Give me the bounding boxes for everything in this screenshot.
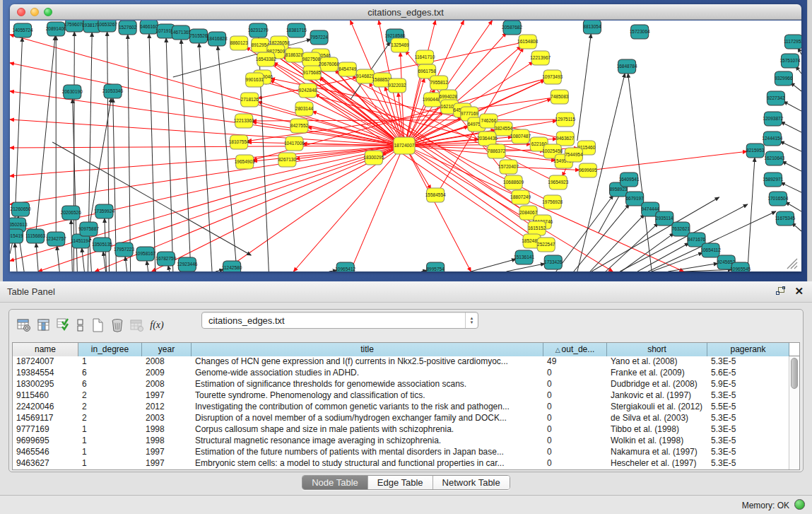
- graph-node-yellow[interactable]: 12213967: [530, 51, 551, 65]
- table-cell[interactable]: 19384554: [13, 368, 78, 379]
- graph-node-yellow[interactable]: 7544954: [565, 148, 583, 162]
- table-cell[interactable]: 1998: [142, 436, 192, 447]
- table-row[interactable]: 1938455462009Genome-wide association stu…: [13, 368, 799, 379]
- graph-node-yellow[interactable]: 10688609: [503, 175, 524, 189]
- table-cell[interactable]: Tibbo et al. (1998): [607, 424, 707, 436]
- graph-node-teal[interactable]: 1527602: [119, 21, 137, 35]
- graph-node-teal[interactable]: 18381715: [286, 23, 307, 37]
- table-cell[interactable]: 18300295: [13, 379, 78, 390]
- graph-node-teal[interactable]: 16409541: [619, 173, 640, 187]
- graph-edge[interactable]: [147, 261, 148, 271]
- graph-edge[interactable]: [166, 38, 173, 271]
- table-cell[interactable]: 1998: [142, 424, 192, 436]
- graph-edge[interactable]: [107, 32, 110, 271]
- table-cell[interactable]: Changes of HCN gene expression and I(f) …: [192, 356, 543, 368]
- table-cell[interactable]: Investigating the contribution of common…: [192, 402, 543, 413]
- table-cell[interactable]: 5.6E-5: [707, 368, 789, 379]
- table-cell[interactable]: Stergiakouli et al. (2012): [607, 402, 707, 413]
- graph-node-yellow[interactable]: 19654903: [235, 155, 255, 169]
- graph-node-yellow[interactable]: 8427552: [290, 119, 309, 133]
- graph-edge[interactable]: [574, 204, 630, 271]
- table-row[interactable]: 946554611997Estimation of the future num…: [13, 447, 799, 458]
- graph-node-yellow[interactable]: 2718126: [241, 93, 259, 107]
- graph-node-yellow[interactable]: 15720407: [498, 160, 519, 174]
- table-cell[interactable]: de Silva et al. (2003): [607, 413, 707, 424]
- graph-node-teal[interactable]: 8995754: [426, 262, 445, 271]
- table-cell[interactable]: Dudbridge et al. (2008): [607, 379, 707, 390]
- table-cell[interactable]: 2008: [142, 356, 192, 368]
- network-canvas[interactable]: 1405572420891406175960781938171410653267…: [10, 21, 801, 271]
- table-cell[interactable]: Disruption of a novel member of a sodium…: [192, 413, 543, 424]
- graph-node-teal[interactable]: 17016504: [767, 192, 788, 206]
- graph-node-yellow[interactable]: 9463627: [556, 132, 575, 146]
- table-cell[interactable]: 5.3E-5: [707, 424, 789, 436]
- memory-status-icon[interactable]: [794, 499, 805, 510]
- graph-edge[interactable]: [782, 161, 801, 171]
- table-cell[interactable]: Tourette syndrome. Phenomenology and cla…: [192, 390, 543, 402]
- table-cell[interactable]: 5.9E-5: [707, 379, 789, 390]
- table-row[interactable]: 977716911998Corpus callosum shape and si…: [13, 424, 799, 436]
- import-table-icon[interactable]: [128, 316, 146, 334]
- graph-node-yellow[interactable]: 8186328: [286, 48, 304, 62]
- graph-node-teal[interactable]: 1733426: [544, 255, 563, 269]
- table-settings-icon[interactable]: [15, 316, 33, 334]
- table-cell[interactable]: Estimation of significance thresholds fo…: [192, 379, 543, 390]
- select-columns-icon[interactable]: [35, 316, 53, 334]
- table-cell[interactable]: 9115460: [13, 390, 78, 402]
- table-cell[interactable]: 2008: [142, 379, 192, 390]
- table-cell[interactable]: 1997: [142, 447, 192, 458]
- tab-network-table[interactable]: Network Table: [433, 476, 510, 489]
- graph-edge[interactable]: [10, 148, 396, 261]
- graph-node-teal[interactable]: 16210643: [764, 151, 784, 165]
- table-cell[interactable]: Nakamura et al. (1997): [607, 447, 707, 458]
- graph-edge[interactable]: [10, 146, 396, 148]
- float-window-icon[interactable]: [776, 287, 785, 296]
- graph-node-teal[interactable]: 17359924: [94, 204, 114, 218]
- graph-edge[interactable]: [57, 246, 60, 271]
- graph-node-teal[interactable]: 18416828: [207, 32, 228, 46]
- graph-edge[interactable]: [408, 152, 471, 271]
- table-cell[interactable]: 9777169: [13, 424, 78, 436]
- column-header-title[interactable]: title: [192, 343, 543, 356]
- graph-edge[interactable]: [785, 202, 801, 211]
- graph-edge[interactable]: [385, 86, 401, 139]
- graph-node-teal[interactable]: 13505135: [92, 238, 112, 252]
- graph-node-teal[interactable]: 21053346: [102, 84, 123, 98]
- table-cell[interactable]: Embryonic stem cells: a model to study s…: [192, 458, 543, 469]
- table-cell[interactable]: Genome-wide association studies in ADHD.: [192, 368, 543, 379]
- table-row[interactable]: 2242004622012Investigating the contribut…: [13, 402, 799, 413]
- graph-node-yellow[interactable]: 20676068: [319, 57, 339, 71]
- graph-node-teal[interactable]: 20587682: [502, 21, 522, 35]
- table-cell[interactable]: 14569117: [13, 413, 78, 424]
- graph-edge[interactable]: [36, 243, 38, 271]
- table-cell[interactable]: 1: [78, 436, 142, 447]
- graph-edge[interactable]: [82, 248, 85, 271]
- graph-node-yellow[interactable]: 9175685: [303, 66, 322, 80]
- graph-node-teal[interactable]: 7515526: [189, 29, 208, 43]
- table-cell[interactable]: 0: [543, 436, 607, 447]
- graph-node-yellow[interactable]: 8860123: [230, 36, 248, 50]
- table-cell[interactable]: 5.3E-5: [707, 458, 789, 469]
- column-header-in_degree[interactable]: in_degree: [78, 343, 142, 356]
- table-cell[interactable]: 2: [78, 390, 142, 402]
- graph-node-teal[interactable]: 10653267: [97, 21, 117, 32]
- table-cell[interactable]: 0: [543, 390, 607, 402]
- delete-icon[interactable]: [108, 316, 126, 334]
- graph-node-teal[interactable]: 15136141: [514, 250, 534, 264]
- graph-node-teal[interactable]: 10958167: [135, 247, 155, 261]
- graph-node-yellow[interactable]: 15584554: [425, 188, 446, 202]
- graph-node-yellow[interactable]: 10417006: [284, 136, 305, 151]
- graph-edge[interactable]: [748, 158, 755, 271]
- function-builder-icon[interactable]: f(x): [148, 316, 166, 334]
- graph-node-teal[interactable]: 10965545: [730, 262, 751, 271]
- network-window-titlebar[interactable]: citations_edges.txt: [10, 4, 801, 20]
- graph-node-yellow[interactable]: 19654923: [548, 175, 568, 189]
- graph-edge[interactable]: [556, 195, 613, 271]
- table-cell[interactable]: Structural magnetic resonance image aver…: [192, 436, 543, 447]
- graph-node-teal[interactable]: 7957224: [310, 30, 329, 45]
- table-row[interactable]: 1456911722003Disruption of a novel membe…: [13, 413, 799, 424]
- graph-node-yellow[interactable]: 20364436: [477, 132, 498, 146]
- table-row[interactable]: 911546021997Tourette syndrome. Phenomeno…: [13, 390, 799, 402]
- graph-node-teal[interactable]: 17957223: [114, 243, 134, 257]
- table-cell[interactable]: 0: [543, 458, 607, 469]
